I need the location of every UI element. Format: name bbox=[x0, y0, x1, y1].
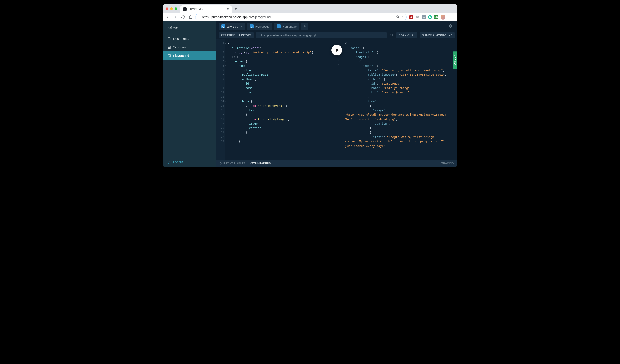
query-badge-icon: Q bbox=[250, 25, 254, 29]
close-tab-icon[interactable]: × bbox=[227, 7, 229, 11]
query-badge-icon: Q bbox=[277, 25, 281, 29]
query-pane[interactable]: 1234567891011121314151617181920212223 { … bbox=[217, 39, 337, 160]
app-content: prime Documents Schemas bbox=[163, 21, 457, 167]
sidebar-item-playground[interactable]: Playground bbox=[163, 51, 217, 60]
home-button[interactable] bbox=[187, 14, 194, 20]
run-query-button[interactable] bbox=[331, 45, 342, 55]
address-bar: ⓘ https://prime-backend.herokuapp.com/pl… bbox=[163, 13, 457, 21]
tracing-tab[interactable]: TRACING bbox=[441, 162, 454, 165]
reload-button[interactable] bbox=[180, 14, 186, 20]
browser-titlebar: ⚛ Prime CMS × + bbox=[163, 4, 457, 13]
browser-tab[interactable]: ⚛ Prime CMS × bbox=[180, 5, 232, 13]
new-tab-button[interactable]: + bbox=[232, 6, 239, 12]
result-viewer[interactable]: { "data": { "allArticle": { "edges": [ {… bbox=[341, 39, 457, 160]
bookmark-icon[interactable]: ☆ bbox=[401, 15, 404, 19]
sidebar-item-label: Playground bbox=[173, 54, 189, 58]
schema-sidebar-tab[interactable]: SCHEMA bbox=[453, 51, 457, 69]
grammarly-extension-icon[interactable]: G bbox=[428, 15, 432, 19]
cors-extension-icon[interactable]: CORS bbox=[434, 15, 438, 19]
playground-tab-label: allArticle bbox=[227, 25, 238, 28]
sidebar-item-documents[interactable]: Documents bbox=[163, 34, 217, 43]
url-text[interactable]: https://prime-backend.herokuapp.com/play… bbox=[202, 15, 394, 19]
playground-tab[interactable]: Q Homepage bbox=[247, 23, 272, 30]
bottom-bar: QUERY VARIABLES HTTP HEADERS TRACING bbox=[217, 160, 457, 167]
share-playground-button[interactable]: SHARE PLAYGROUND bbox=[419, 32, 455, 38]
query-badge-icon: Q bbox=[221, 25, 225, 29]
back-button[interactable] bbox=[165, 14, 171, 20]
info-extension-icon[interactable]: ⓘ bbox=[416, 15, 419, 19]
history-button[interactable]: HISTORY bbox=[237, 32, 254, 38]
sidebar-item-label: Documents bbox=[173, 37, 189, 41]
playground-icon bbox=[168, 54, 171, 58]
query-editor[interactable]: { allArticle(where:{ slug:{eq:"designing… bbox=[225, 39, 337, 160]
schema-icon bbox=[168, 46, 171, 49]
svg-rect-2 bbox=[168, 47, 170, 48]
search-icon[interactable] bbox=[396, 15, 399, 19]
logout-label: Logout bbox=[173, 160, 183, 164]
browser-tab-title: Prime CMS bbox=[188, 8, 225, 11]
omnibox[interactable]: ⓘ https://prime-backend.herokuapp.com/pl… bbox=[195, 14, 407, 20]
site-info-icon[interactable]: ⓘ bbox=[198, 15, 200, 19]
close-window-button[interactable] bbox=[166, 7, 168, 10]
extension-icons: ◉ ⓘ ▭ G CORS ⋮ bbox=[408, 14, 455, 20]
playground-toolbar: PRETTIFY HISTORY https://prime-backend.h… bbox=[217, 32, 457, 39]
playground-tab[interactable]: Q allArticle × bbox=[219, 23, 245, 30]
playground-tab-label: Homepage bbox=[255, 25, 270, 28]
settings-icon[interactable] bbox=[446, 24, 455, 29]
svg-point-0 bbox=[396, 15, 399, 18]
maximize-window-button[interactable] bbox=[175, 7, 177, 10]
editor-area: 1234567891011121314151617181920212223 { … bbox=[217, 39, 457, 160]
playground-tab-label: Homepage bbox=[282, 25, 297, 28]
sidebar-nav: Documents Schemas Playground bbox=[163, 34, 217, 157]
sidebar: prime Documents Schemas bbox=[163, 21, 217, 167]
logout-icon bbox=[168, 160, 171, 164]
profile-avatar[interactable] bbox=[440, 15, 445, 20]
copy-curl-button[interactable]: COPY CURL bbox=[396, 32, 417, 38]
reload-schema-icon[interactable] bbox=[389, 33, 394, 38]
minimize-window-button[interactable] bbox=[170, 7, 173, 10]
close-tab-icon[interactable]: × bbox=[241, 25, 243, 28]
query-variables-tab[interactable]: QUERY VARIABLES bbox=[219, 162, 246, 165]
chrome-menu-icon[interactable]: ⋮ bbox=[448, 14, 454, 20]
browser-window: ⚛ Prime CMS × + ⓘ https://prime-backend.… bbox=[163, 4, 457, 167]
add-tab-button[interactable]: + bbox=[301, 23, 308, 30]
http-headers-tab[interactable]: HTTP HEADERS bbox=[250, 162, 271, 165]
ublock-extension-icon[interactable]: ◉ bbox=[409, 15, 413, 19]
sidebar-item-label: Schemas bbox=[173, 45, 186, 49]
react-favicon: ⚛ bbox=[183, 7, 187, 11]
playground-tab[interactable]: Q Homepage bbox=[274, 23, 299, 30]
result-pane: ▾▾▾▾▾▾▾ { "data": { "allArticle": { "edg… bbox=[337, 39, 457, 160]
forward-button[interactable] bbox=[172, 14, 179, 20]
result-fold-gutter: ▾▾▾▾▾▾▾ bbox=[337, 39, 341, 160]
prettify-button[interactable]: PRETTIFY bbox=[219, 32, 237, 38]
app-logo: prime bbox=[163, 21, 217, 34]
svg-rect-3 bbox=[168, 48, 170, 48]
window-controls bbox=[166, 7, 177, 10]
svg-rect-1 bbox=[168, 46, 170, 47]
playground-main: Q allArticle × Q Homepage Q Homepage + bbox=[217, 21, 457, 167]
document-icon bbox=[168, 37, 171, 41]
chat-extension-icon[interactable]: ▭ bbox=[422, 15, 426, 19]
sidebar-item-schemas[interactable]: Schemas bbox=[163, 43, 217, 51]
line-gutter: 1234567891011121314151617181920212223 bbox=[217, 39, 225, 160]
playground-tabs: Q allArticle × Q Homepage Q Homepage + bbox=[217, 21, 457, 32]
logout-button[interactable]: Logout bbox=[163, 157, 217, 167]
endpoint-input[interactable]: https://prime-backend.herokuapp.com/grap… bbox=[256, 32, 387, 39]
